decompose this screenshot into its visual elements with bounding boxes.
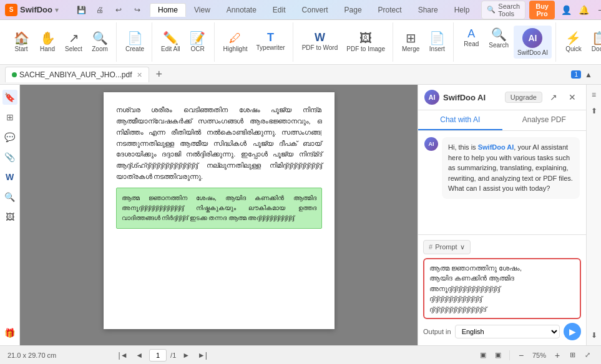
app-name: SwifDoo (20, 5, 52, 14)
upgrade-button[interactable]: Upgrade (505, 92, 542, 103)
expand-button[interactable]: ⤢ (581, 349, 594, 362)
tab-share[interactable]: Share (410, 3, 446, 17)
ribbon-insert[interactable]: 📄 Insert (424, 29, 449, 55)
title-bar-right: 🔍 Search Tools Buy Pro 👤 🔔 ─ □ ✕ (481, 1, 601, 19)
print-button[interactable]: 🖨 (91, 3, 109, 17)
page-number-badge: 1 (571, 70, 581, 79)
fit-page-button[interactable]: ⊞ (566, 349, 579, 362)
search-tools-button[interactable]: 🔍 Search Tools (481, 1, 525, 19)
zoom-out-button[interactable]: − (515, 349, 527, 362)
status-right: ▣ ▣ − 75% + ⊞ ⤢ (477, 349, 594, 362)
tab-page[interactable]: Page (336, 3, 370, 17)
sidebar-gift[interactable]: 🎁 (2, 325, 17, 340)
close-ai-button[interactable]: ✕ (565, 90, 580, 105)
layout-double-btn[interactable]: ▣ (492, 349, 504, 362)
ribbon-group-edit: ✏️ Edit All 📝 OCR (154, 22, 215, 62)
ribbon-select[interactable]: ↗ Select (61, 29, 86, 55)
minimize-button[interactable]: ─ (594, 4, 601, 16)
doc-tab-close-button[interactable]: × (137, 70, 142, 80)
prompt-selector[interactable]: # Prompt ∨ (423, 240, 471, 254)
ai-panel-title: SwifDoo AI (443, 93, 501, 102)
ribbon-group-items-ai: A Read 🔍 Search AI SwifDoo AI (459, 26, 552, 59)
ribbon-read[interactable]: A Read (459, 26, 484, 50)
typewriter-icon: T (267, 32, 274, 43)
send-button[interactable]: ▶ (564, 323, 581, 340)
dropdown-sep[interactable]: ▾ (55, 6, 59, 14)
ribbon-hand[interactable]: ✋ Hand (35, 29, 60, 55)
output-language-select[interactable]: English Malayalam Hindi (455, 325, 560, 338)
ocr-icon: 📝 (190, 32, 205, 44)
title-bar: S SwifDoo ▾ 💾 🖨 ↩ ↪ Home View Annotate E… (0, 0, 601, 20)
page-number-input[interactable] (149, 349, 167, 362)
add-tab-button[interactable]: + (152, 67, 167, 82)
ribbon-search[interactable]: 🔍 Search (485, 26, 512, 51)
sidebar-attachments[interactable]: 📎 (2, 150, 17, 165)
hand-icon: ✋ (40, 32, 56, 44)
ribbon-quick[interactable]: ⚡ Quick (561, 29, 586, 55)
ai-panel: AI SwifDoo AI Upgrade ↗ ✕ Chat with AI A… (418, 85, 586, 345)
redo-button[interactable]: ↪ (129, 3, 146, 17)
ribbon-typewriter[interactable]: T Typewriter (253, 29, 289, 54)
saved-indicator (12, 72, 17, 77)
tab-help[interactable]: Help (446, 3, 478, 17)
read-label: Read (464, 41, 479, 47)
share-ai-button[interactable]: ↗ (546, 90, 561, 105)
page-first-button[interactable]: |◄ (117, 349, 129, 362)
zoom-level: 75% (530, 352, 549, 359)
tab-annotate[interactable]: Annotate (218, 3, 265, 17)
far-right-icon-2[interactable]: ⬆ (588, 105, 600, 117)
ai-tabs: Chat with AI Analyse PDF (418, 110, 586, 131)
doc-tab[interactable]: SACHE_ANBIYA_AUR_JHO...pdf × (5, 67, 149, 82)
ribbon-pdf-to-word[interactable]: W PDF to Word (298, 29, 342, 54)
buy-pro-button[interactable]: Buy Pro (529, 1, 555, 19)
ai-text-input[interactable]: ആത്മ ജ്ഞാനത്തിനു ശേഷം,ആയിദ കണക്കിന്‍ ആത്… (429, 263, 575, 315)
doc-filename: SACHE_ANBIYA_AUR_JHO...pdf (19, 70, 132, 79)
pdf-to-word-icon: W (315, 32, 325, 43)
tab-chat-with-ai[interactable]: Chat with AI (418, 110, 502, 130)
ai-text-input-container[interactable]: ആത്മ ജ്ഞാനത്തിനു ശേഷം,ആയിദ കണക്കിന്‍ ആത്… (423, 258, 581, 320)
tab-protect[interactable]: Protect (370, 3, 410, 17)
far-right-icon-3[interactable]: ⬇ (588, 329, 600, 342)
far-right-icon-1[interactable]: ≡ (588, 89, 600, 101)
ribbon-group-items-annotate: 🖊 Highlight T Typewriter (220, 29, 289, 55)
ribbon-highlight[interactable]: 🖊 Highlight (220, 29, 252, 55)
doc-icon: 📋 (592, 32, 601, 44)
undo-button[interactable]: ↩ (110, 3, 127, 17)
sidebar-search[interactable]: 🔍 (2, 189, 17, 204)
page-prev-button[interactable]: ◄ (133, 349, 145, 362)
layout-single-btn[interactable]: ▣ (477, 349, 489, 362)
tab-view[interactable]: View (186, 3, 218, 17)
notification-button[interactable]: 🔔 (576, 4, 592, 16)
ribbon-create[interactable]: 📄 Create (122, 29, 148, 55)
sidebar-word[interactable]: W (2, 170, 17, 184)
page-last-button[interactable]: ►| (196, 349, 208, 362)
ribbon-ocr[interactable]: 📝 OCR (185, 29, 210, 55)
tab-home[interactable]: Home (150, 3, 186, 17)
ribbon-start[interactable]: 🏠 Start (9, 29, 34, 55)
save-button[interactable]: 💾 (72, 3, 90, 17)
tab-analyse-pdf[interactable]: Analyse PDF (502, 110, 587, 130)
tab-convert[interactable]: Convert (294, 3, 336, 17)
ribbon-group-items-quick: ⚡ Quick 📋 Doc... (561, 29, 601, 55)
tab-edit[interactable]: Edit (265, 3, 294, 17)
zoom-in-button[interactable]: + (551, 349, 564, 362)
ribbon-pdf-to-image[interactable]: 🖼 PDF to Image (343, 29, 389, 55)
ai-message-avatar: AI (424, 137, 438, 151)
ribbon-edit-all[interactable]: ✏️ Edit All (157, 29, 184, 55)
page-next-button[interactable]: ► (180, 349, 192, 362)
sidebar-comments[interactable]: 💬 (2, 130, 17, 145)
sidebar-image[interactable]: 🖼 (2, 209, 17, 224)
ribbon-zoom[interactable]: 🔍 Zoom (87, 29, 112, 55)
pdf-viewer[interactable]: നശ്വര ശരീരം വെടിഞ്ഞതിന ശേഷം പൂജ്യ നിന്ദ്… (20, 85, 418, 345)
sidebar-bookmark[interactable]: 🔖 (2, 90, 17, 105)
quick-icon: ⚡ (565, 32, 581, 44)
ribbon-doc[interactable]: 📋 Doc... (587, 29, 601, 55)
ribbon-merge[interactable]: ⊞ Merge (398, 29, 423, 55)
ribbon-swiffdoo-ai[interactable]: AI SwifDoo AI (514, 26, 552, 59)
status-bar: 21.0 x 29.70 cm |◄ ◄ /1 ► ►| ▣ ▣ − 75% +… (0, 345, 601, 364)
doc-label: Doc... (592, 46, 601, 52)
panel-toggle-button[interactable]: ▲ (581, 70, 596, 79)
sidebar-thumbnails[interactable]: ⊞ (2, 110, 17, 125)
ai-panel-header: AI SwifDoo AI Upgrade ↗ ✕ (418, 85, 586, 110)
user-button[interactable]: 👤 (559, 4, 575, 16)
